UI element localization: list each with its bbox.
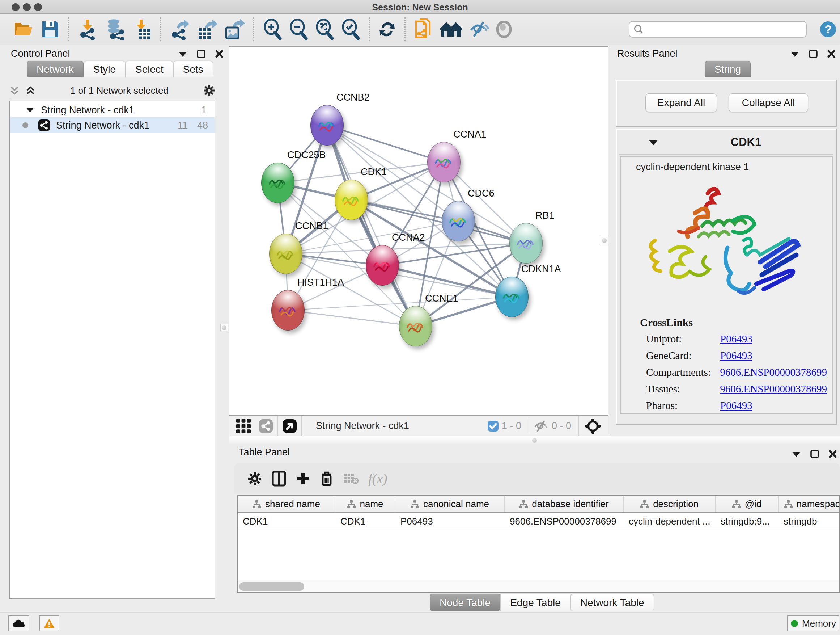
tab-string-results[interactable]: String	[705, 61, 751, 78]
grid-view-icon[interactable]	[235, 418, 251, 434]
column-header-database-identifier[interactable]: database identifier	[505, 496, 624, 512]
network-options-gear-icon[interactable]	[203, 84, 215, 97]
zoom-out-button[interactable]	[289, 18, 308, 41]
table-cell[interactable]: 9606.ENSP00000378699	[505, 513, 624, 530]
network-edge[interactable]	[327, 125, 416, 326]
column-header--id[interactable]: @id	[715, 496, 778, 512]
tab-node-table[interactable]: Node Table	[430, 594, 500, 611]
network-node-hist1h1a[interactable]	[271, 290, 305, 331]
zoom-fit-button[interactable]	[315, 18, 334, 41]
gene-collapse-icon[interactable]	[648, 139, 658, 146]
table-cell[interactable]: P06493	[395, 513, 505, 530]
scrollbar-thumb[interactable]	[239, 582, 304, 591]
collection-expand-icon[interactable]	[26, 107, 34, 113]
import-table-button[interactable]	[133, 18, 152, 41]
panel-close-icon[interactable]	[829, 450, 837, 458]
network-share-view-icon[interactable]	[259, 419, 273, 433]
network-node-ccna2[interactable]	[366, 245, 399, 286]
collapse-all-icon[interactable]	[9, 85, 20, 96]
import-network-button[interactable]	[77, 18, 98, 41]
panel-float-icon[interactable]	[197, 50, 205, 58]
panel-close-icon[interactable]	[827, 50, 836, 58]
memory-button[interactable]: Memory	[787, 616, 839, 631]
table-cell[interactable]: CDK1	[335, 513, 395, 530]
hide-selected-button[interactable]	[469, 18, 489, 41]
crosslink-link[interactable]: P06493	[720, 400, 752, 412]
crosslink-link[interactable]: 9606.ENSP00000378699	[720, 383, 827, 395]
tab-sets[interactable]: Sets	[173, 61, 213, 78]
hidden-eye-icon[interactable]	[534, 420, 549, 432]
network-edge[interactable]	[288, 310, 416, 326]
network-edge[interactable]	[327, 125, 444, 162]
column-header-canonical-name[interactable]: canonical name	[395, 496, 505, 512]
tab-select[interactable]: Select	[126, 61, 173, 78]
search-input[interactable]	[644, 24, 802, 35]
cloud-status-button[interactable]	[8, 616, 29, 631]
panel-menu-icon[interactable]	[178, 50, 187, 57]
birds-eye-view-icon[interactable]	[283, 419, 297, 433]
network-canvas[interactable]: CCNB2CCNA1CDC25BCDK1CDC6RB1CCNB1CCNA2CDK…	[229, 46, 608, 416]
table-cell[interactable]: stringdb:9...	[715, 513, 778, 530]
right-splitter-handle[interactable]	[600, 237, 608, 244]
table-cell[interactable]: stringdb	[778, 513, 840, 530]
open-session-button[interactable]	[13, 18, 34, 41]
tab-style[interactable]: Style	[84, 61, 126, 78]
fit-selected-crosshair-icon[interactable]	[585, 418, 601, 434]
zoom-selected-button[interactable]	[341, 18, 360, 41]
network-node-cdk1[interactable]	[335, 180, 368, 220]
panel-float-icon[interactable]	[810, 450, 819, 458]
selected-checkbox-icon[interactable]	[487, 420, 499, 432]
crosslink-link[interactable]: P06493	[720, 350, 752, 362]
help-button[interactable]: ?	[819, 18, 837, 41]
node-table[interactable]: shared namenamecanonical namedatabase id…	[237, 495, 840, 593]
column-header-description[interactable]: description	[624, 496, 715, 512]
expand-all-button[interactable]: Expand All	[645, 93, 717, 112]
tab-network[interactable]: Network	[27, 61, 84, 78]
network-node-ccna1[interactable]	[427, 142, 461, 182]
network-collection-row[interactable]: String Network - cdk1 1	[10, 101, 215, 117]
refresh-button[interactable]	[378, 18, 396, 41]
network-node-cdkn1a[interactable]	[495, 277, 529, 317]
delete-column-icon[interactable]	[320, 470, 333, 486]
tab-edge-table[interactable]: Edge Table	[500, 594, 570, 611]
panel-close-icon[interactable]	[215, 50, 224, 58]
collapse-all-button[interactable]: Collapse All	[729, 93, 808, 112]
search-field[interactable]	[629, 21, 807, 38]
home-button[interactable]	[440, 18, 462, 41]
table-cell[interactable]: cyclin-dependent ...	[624, 513, 715, 530]
panel-menu-icon[interactable]	[791, 450, 801, 458]
open-file-network-button[interactable]	[414, 18, 433, 41]
gene-entry-header[interactable]: CDK1	[619, 131, 834, 155]
table-settings-gear-icon[interactable]	[248, 471, 262, 486]
zoom-in-button[interactable]	[263, 18, 282, 41]
crosslink-link[interactable]: P06493	[720, 333, 752, 345]
export-network-button[interactable]	[170, 18, 190, 41]
function-builder-icon[interactable]: f(x)	[368, 470, 387, 486]
save-session-button[interactable]	[41, 18, 60, 41]
network-node-ccne1[interactable]	[399, 306, 432, 347]
table-horizontal-scrollbar[interactable]	[238, 580, 839, 592]
column-header-namespace[interactable]: namespace	[778, 496, 840, 512]
expand-all-icon[interactable]	[25, 85, 36, 96]
network-node-ccnb1[interactable]	[269, 233, 302, 274]
crosslink-link[interactable]: 9606.ENSP00000378699	[720, 366, 827, 378]
network-node-ccnb2[interactable]	[310, 105, 344, 146]
add-column-icon[interactable]	[296, 471, 310, 486]
import-database-button[interactable]	[104, 18, 126, 41]
export-image-button[interactable]	[224, 18, 245, 41]
column-header-shared-name[interactable]: shared name	[238, 496, 335, 512]
table-row[interactable]: CDK1CDK1P064939606.ENSP00000378699cyclin…	[238, 513, 839, 530]
panel-float-icon[interactable]	[809, 50, 818, 58]
delete-table-icon[interactable]	[343, 472, 359, 485]
show-columns-icon[interactable]	[271, 470, 286, 486]
network-row[interactable]: String Network - cdk1 11 48	[10, 117, 215, 133]
network-node-rb1[interactable]	[509, 223, 543, 264]
table-cell[interactable]: CDK1	[238, 513, 335, 530]
column-header-name[interactable]: name	[335, 496, 395, 512]
left-splitter-handle[interactable]	[220, 324, 228, 331]
panel-menu-icon[interactable]	[790, 50, 799, 57]
export-table-button[interactable]	[196, 18, 218, 41]
warning-status-button[interactable]	[39, 616, 59, 631]
network-node-cdc6[interactable]	[442, 201, 475, 241]
network-node-cdc25b[interactable]	[261, 163, 294, 203]
